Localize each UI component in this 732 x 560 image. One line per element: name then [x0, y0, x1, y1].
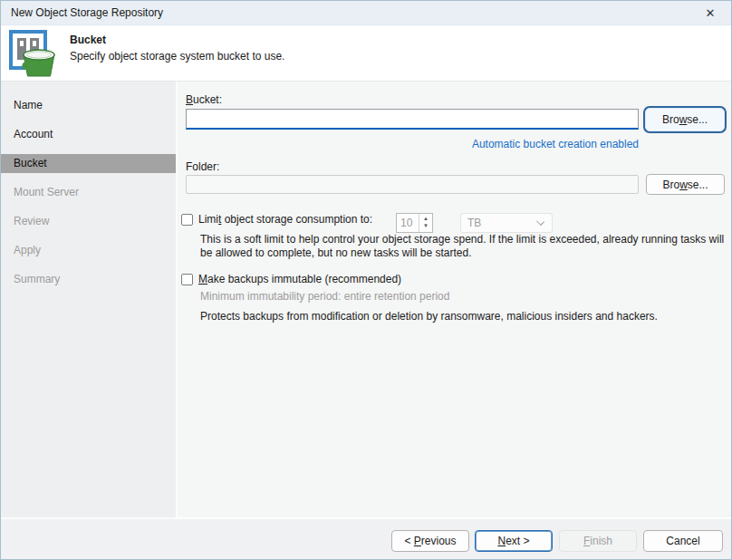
step-name[interactable]: Name	[1, 96, 176, 115]
limit-consumption-label: Limit object storage consumption to:	[198, 213, 372, 226]
step-account[interactable]: Account	[1, 125, 176, 144]
wizard-footer: < Previous Next > Finish Cancel	[1, 517, 731, 559]
next-button[interactable]: Next >	[475, 530, 553, 552]
immutable-label: Make backups immutable (recommended)	[198, 273, 401, 285]
bucket-label: Bucket:	[186, 93, 222, 106]
object-storage-bucket-icon	[8, 30, 59, 79]
step-bucket[interactable]: Bucket	[1, 154, 176, 173]
wizard-dialog: New Object Storage Repository ✕ Bucket S…	[0, 0, 732, 560]
wizard-header: Bucket Specify object storage system buc…	[1, 25, 731, 82]
automatic-bucket-creation-note: Automatic bucket creation enabled	[472, 138, 639, 150]
limit-unit-value: TB	[467, 217, 481, 229]
step-mount-server: Mount Server	[1, 183, 176, 202]
limit-consumption-checkbox-row[interactable]: Limit object storage consumption to:	[181, 213, 372, 226]
limit-unit-dropdown[interactable]: TB	[460, 213, 553, 233]
folder-browse-button[interactable]: Browse...	[646, 174, 725, 195]
spinner-arrows[interactable]: ▲ ▼	[419, 214, 432, 232]
immutable-checkbox-row[interactable]: Make backups immutable (recommended)	[181, 273, 401, 285]
chevron-down-icon	[536, 217, 544, 226]
bucket-browse-button[interactable]: Browse...	[645, 108, 725, 131]
bucket-input[interactable]	[186, 109, 639, 130]
limit-amount-spinner[interactable]: 10 ▲ ▼	[396, 213, 433, 233]
immutable-checkbox[interactable]	[181, 274, 193, 285]
immutability-description: Protects backups from modification or de…	[200, 310, 658, 323]
limit-consumption-checkbox[interactable]	[181, 214, 193, 226]
step-apply: Apply	[1, 241, 176, 260]
step-review: Review	[1, 212, 176, 231]
page-title: Bucket	[70, 34, 284, 46]
header-text: Bucket Specify object storage system buc…	[70, 30, 284, 81]
previous-button[interactable]: < Previous	[391, 530, 469, 552]
window-title: New Object Storage Repository	[11, 6, 163, 19]
limit-help-text: This is a soft limit to help control you…	[200, 233, 727, 260]
close-icon[interactable]: ✕	[689, 1, 731, 25]
page-subtitle: Specify object storage system bucket to …	[70, 50, 284, 63]
spinner-up-icon[interactable]: ▲	[423, 216, 429, 223]
finish-button: Finish	[559, 530, 637, 552]
folder-label: Folder:	[186, 160, 219, 173]
spinner-down-icon[interactable]: ▼	[423, 223, 429, 230]
wizard-steps-sidebar: Name Account Bucket Mount Server Review …	[1, 82, 178, 517]
title-bar: New Object Storage Repository ✕	[1, 1, 731, 25]
folder-input[interactable]	[186, 175, 639, 194]
step-summary: Summary	[1, 270, 176, 289]
limit-amount-value: 10	[397, 214, 419, 232]
bucket-page-content: Bucket: Browse... Automatic bucket creat…	[178, 82, 731, 517]
immutability-period-note: Minimum immutability period: entire rete…	[200, 290, 449, 303]
cancel-button[interactable]: Cancel	[643, 530, 723, 552]
